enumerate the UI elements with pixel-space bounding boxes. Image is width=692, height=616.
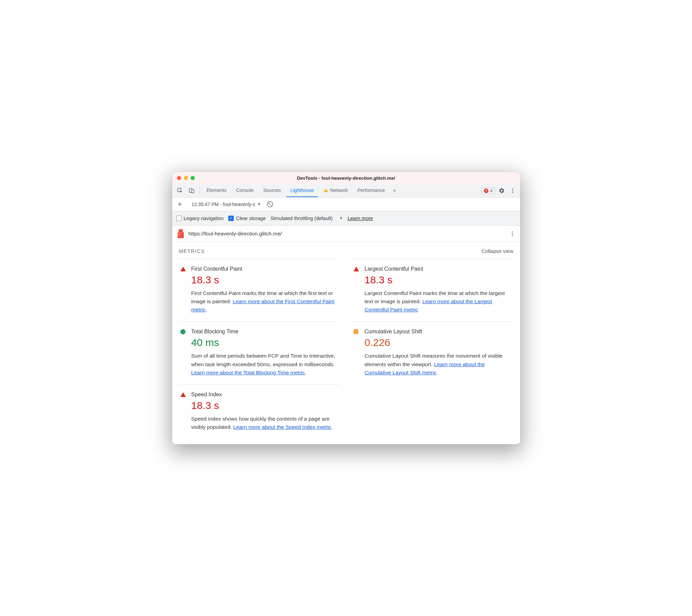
- metric-si: Speed Index 18.3 s Speed Index shows how…: [179, 384, 340, 439]
- new-report-button[interactable]: +: [176, 200, 184, 209]
- metric-lcp: Largest Contentful Paint 18.3 s Largest …: [352, 259, 513, 321]
- tabs-overflow[interactable]: »: [390, 184, 399, 197]
- warning-icon: [323, 188, 328, 193]
- svg-rect-2: [192, 190, 194, 193]
- metric-name: First Contentful Paint: [191, 266, 339, 272]
- error-icon: ✕: [484, 189, 488, 193]
- clear-storage-checkbox[interactable]: ✓: [228, 216, 234, 221]
- devtools-window: DevTools - foul-heavenly-direction.glitc…: [172, 172, 520, 444]
- report-dropdown-label: 12:35:47 PM - foul-heavenly-c: [192, 202, 256, 207]
- status-pass-icon: [180, 329, 187, 376]
- metric-tbt: Total Blocking Time 40 ms Sum of all tim…: [179, 321, 340, 384]
- more-icon[interactable]: [508, 184, 517, 197]
- throttling-select[interactable]: Simulated throttling (default) ▼: [270, 216, 343, 221]
- tab-performance[interactable]: Performance: [353, 184, 389, 197]
- learn-more-link[interactable]: Learn more: [348, 216, 373, 221]
- report-selector-bar: + 12:35:47 PM - foul-heavenly-c ▼: [172, 197, 520, 211]
- lighthouse-icon: [177, 229, 184, 238]
- legacy-navigation-checkbox[interactable]: [176, 216, 182, 221]
- metric-description: Sum of all time periods between FCP and …: [191, 352, 339, 376]
- metric-value: 18.3 s: [191, 400, 339, 411]
- metric-description: Cumulative Layout Shift measures the mov…: [364, 352, 512, 376]
- status-fail-icon: [180, 266, 187, 314]
- throttling-label: Simulated throttling (default): [270, 216, 332, 221]
- metrics-header: METRICS Collapse view: [172, 242, 520, 259]
- metrics-heading: METRICS: [179, 248, 205, 254]
- metric-description: First Contentful Paint marks the time at…: [191, 289, 339, 314]
- svg-point-9: [512, 233, 513, 234]
- metric-description: Speed Index shows how quickly the conten…: [191, 415, 339, 431]
- divider: [200, 187, 200, 194]
- metric-value: 18.3 s: [364, 274, 512, 286]
- svg-rect-4: [326, 191, 326, 192]
- metric-value: 0.226: [364, 337, 512, 348]
- clear-icon[interactable]: [267, 201, 273, 207]
- clear-storage-option[interactable]: ✓ Clear storage: [228, 216, 266, 221]
- metrics-grid: First Contentful Paint 18.3 s First Cont…: [172, 259, 520, 444]
- svg-point-8: [512, 231, 513, 232]
- options-bar: Legacy navigation ✓ Clear storage Simula…: [172, 211, 520, 226]
- legacy-navigation-label: Legacy navigation: [184, 216, 224, 221]
- tab-console[interactable]: Console: [232, 184, 258, 197]
- status-average-icon: [354, 329, 360, 376]
- report-url: https://foul-heavenly-direction.glitch.m…: [189, 231, 282, 237]
- metric-fcp: First Contentful Paint 18.3 s First Cont…: [179, 259, 340, 321]
- errors-badge[interactable]: ✕ 4: [481, 188, 495, 194]
- metric-description: Largest Contentful Paint marks the time …: [364, 289, 512, 314]
- inspect-element-icon[interactable]: [175, 184, 185, 197]
- metric-name: Largest Contentful Paint: [364, 266, 512, 272]
- report-url-bar: https://foul-heavenly-direction.glitch.m…: [172, 226, 520, 242]
- metric-name: Total Blocking Time: [191, 329, 339, 335]
- tab-elements[interactable]: Elements: [203, 184, 231, 197]
- status-fail-icon: [354, 266, 360, 314]
- settings-icon[interactable]: [497, 184, 507, 197]
- svg-point-6: [512, 190, 513, 191]
- titlebar: DevTools - foul-heavenly-direction.glitc…: [172, 172, 520, 184]
- report-dropdown[interactable]: 12:35:47 PM - foul-heavenly-c ▼: [192, 202, 261, 207]
- collapse-view-button[interactable]: Collapse view: [482, 248, 513, 254]
- svg-point-7: [512, 192, 513, 193]
- metric-name: Cumulative Layout Shift: [364, 329, 512, 335]
- legacy-navigation-option[interactable]: Legacy navigation: [176, 216, 224, 221]
- metric-value: 40 ms: [191, 337, 339, 348]
- device-toggle-icon[interactable]: [187, 184, 197, 197]
- metric-cls: Cumulative Layout Shift 0.226 Cumulative…: [352, 321, 513, 384]
- chevron-down-icon: ▼: [339, 216, 343, 220]
- tab-network[interactable]: Network: [319, 184, 352, 197]
- errors-count: 4: [490, 188, 492, 193]
- tab-lighthouse[interactable]: Lighthouse: [286, 184, 318, 197]
- svg-rect-3: [326, 190, 326, 191]
- metric-learn-more-link[interactable]: Learn more about the Speed Index metric: [233, 424, 331, 430]
- metric-name: Speed Index: [191, 392, 339, 398]
- svg-point-10: [512, 235, 513, 236]
- status-fail-icon: [180, 392, 187, 431]
- metric-learn-more-link[interactable]: Learn more about the Total Blocking Time…: [191, 370, 305, 375]
- metric-value: 18.3 s: [191, 274, 339, 286]
- svg-point-5: [512, 189, 513, 190]
- chevron-down-icon: ▼: [257, 202, 261, 206]
- report-menu-icon[interactable]: [509, 231, 515, 237]
- window-title: DevTools - foul-heavenly-direction.glitc…: [172, 176, 520, 181]
- clear-storage-label: Clear storage: [236, 216, 266, 221]
- devtools-tabs: Elements Console Sources Lighthouse Netw…: [172, 184, 520, 197]
- tab-sources[interactable]: Sources: [259, 184, 285, 197]
